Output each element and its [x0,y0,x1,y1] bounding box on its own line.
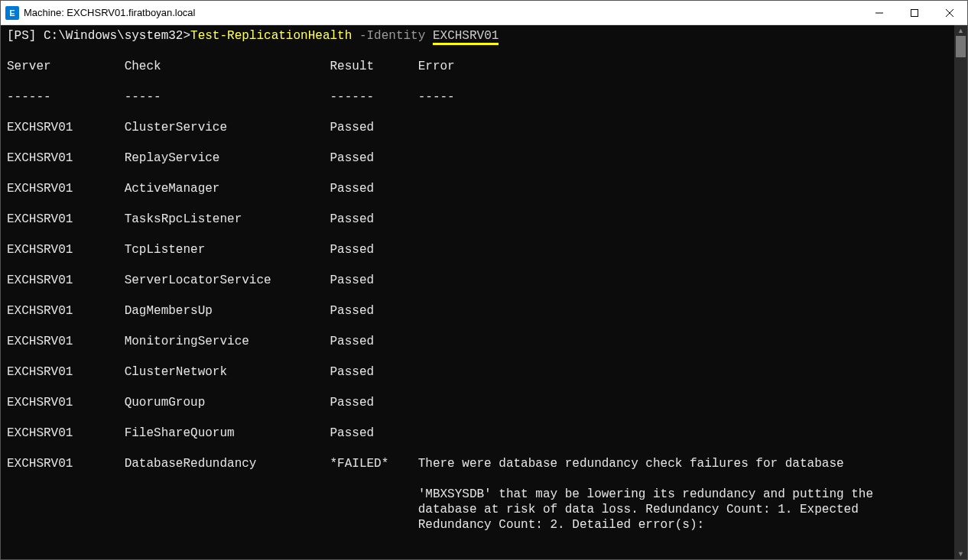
table-row: EXCHSRV01ClusterServicePassed [7,120,948,135]
window-title: Machine: EXCHSRV01.firatboyan.local [24,7,862,18]
error-text: Redundancy Count: 2. Detailed error(s): [7,517,948,532]
header-sep: ---------------------- [7,89,948,105]
window-controls [862,1,967,24]
header-check: Check [125,59,330,74]
close-button[interactable] [932,1,967,24]
app-window: E Machine: EXCHSRV01.firatboyan.local [P… [0,0,968,560]
table-row: EXCHSRV01ActiveManagerPassed [7,181,948,196]
terminal-container: [PS] C:\Windows\system32>Test-Replicatio… [1,25,967,559]
table-row: EXCHSRV01TcpListenerPassed [7,242,948,257]
table-row: EXCHSRV01DagMembersUpPassed [7,303,948,319]
table-row: EXCHSRV01ReplayServicePassed [7,151,948,166]
scroll-up-arrow-icon[interactable]: ▲ [954,25,967,36]
close-icon [946,9,953,17]
prompt-arg: EXCHSRV01 [433,29,499,45]
terminal-output[interactable]: [PS] C:\Windows\system32>Test-Replicatio… [1,25,954,559]
scroll-thumb[interactable] [956,36,966,57]
app-icon: E [5,6,19,20]
table-row: EXCHSRV01FileShareQuorumPassed [7,426,948,441]
table-row: EXCHSRV01ServerLocatorServicePassed [7,273,948,288]
vertical-scrollbar[interactable]: ▲ ▼ [954,25,967,559]
header-result: Result [330,59,417,74]
table-row: EXCHSRV01TasksRpcListenerPassed [7,212,948,227]
app-icon-letter: E [9,8,15,18]
table-row-failed: EXCHSRV01DatabaseRedundancy*FAILED*There… [7,456,948,471]
header-server: Server [7,59,125,74]
prompt-param: -Identity [359,29,425,43]
maximize-button[interactable] [897,1,932,24]
header-error: Error [418,59,455,74]
table-row: EXCHSRV01QuorumGroupPassed [7,395,948,410]
table-row: EXCHSRV01MonitoringServicePassed [7,334,948,349]
header-row: ServerCheckResultError [7,59,948,74]
minimize-icon [875,9,883,17]
prompt-tag: [PS] [7,29,36,43]
table-row: EXCHSRV01ClusterNetworkPassed [7,364,948,380]
prompt-command: Test-ReplicationHealth [190,29,352,43]
error-text: database at risk of data loss. Redundanc… [7,502,948,517]
prompt-path: C:\Windows\system32> [44,29,190,43]
titlebar[interactable]: E Machine: EXCHSRV01.firatboyan.local [1,1,967,25]
error-text: 'MBXSYSDB' that may be lowering its redu… [7,487,948,502]
error-text: There were database redundancy check fai… [418,456,844,471]
minimize-button[interactable] [862,1,897,24]
maximize-icon [911,9,918,17]
svg-rect-1 [911,9,918,16]
scroll-down-arrow-icon[interactable]: ▼ [954,549,967,559]
